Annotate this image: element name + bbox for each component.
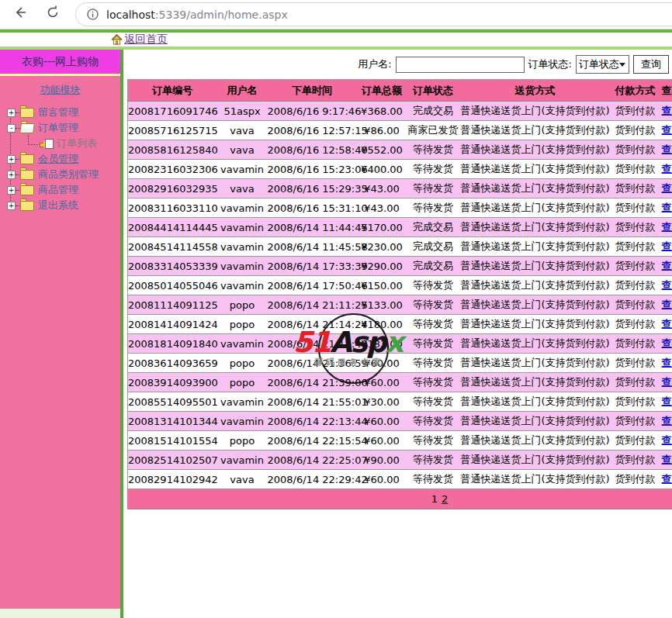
view-order-link[interactable]: 查看 [662,376,672,388]
expand-toggle-icon[interactable]: + [7,109,16,117]
sidebar-item-order-list[interactable]: 订单列表 [28,136,120,151]
sidebar-item-category-mgmt[interactable]: +商品类别管理 [7,167,120,182]
expand-toggle-icon[interactable]: + [7,202,16,210]
cell-col6: 货到付款 [611,257,660,276]
back-home-link[interactable]: 返回首页 [124,33,168,47]
page-number-link[interactable]: 2 [442,493,448,505]
site-info-icon[interactable] [87,9,99,20]
view-order-link[interactable]: 查看 [662,337,672,349]
cell-col7: 查看 [660,179,672,199]
table-row: 20085514095501vavamin2008/6/14 21:55:01¥… [128,392,672,412]
query-button[interactable]: 查询 [633,55,669,74]
cell-col2: 2008/6/14 21:11:25 [268,295,357,315]
view-order-link[interactable]: 查看 [662,163,672,174]
sidebar-item-product-mgmt[interactable]: +商品管理 [7,182,120,198]
cell-col2: 2008/6/14 22:29:42 [268,470,357,489]
cell-col5: 普通快递送货上门(支持货到付款) [459,179,611,199]
cell-col5: 普通快递送货上门(支持货到付款) [459,257,611,276]
cell-col6: 货到付款 [611,140,660,160]
sidebar-item-label: 订单列表 [57,136,97,150]
cell-col6: 货到付款 [611,334,660,354]
expand-toggle-icon[interactable]: + [7,171,16,179]
sidebar-item-member-mgmt[interactable]: +会员管理 [7,151,120,167]
cell-col1: popo [217,315,268,334]
cell-col5: 普通快递送货上门(支持货到付款) [459,315,611,334]
sidebar-item-label: 商品类别管理 [38,167,99,181]
folder-icon [20,154,34,164]
table-row: 20082916032935vava2008/6/16 15:29:35¥43.… [128,179,672,199]
cell-col4: 完成交易 [407,218,459,237]
cell-col1: vavamin [217,237,268,257]
cell-col4: 完成交易 [407,102,459,121]
modules-link[interactable]: 功能模块 [0,83,120,97]
view-order-link[interactable]: 查看 [662,299,672,310]
view-order-link[interactable]: 查看 [662,434,672,446]
cell-col0: 20083914093900 [128,373,217,392]
sidebar: 衣购---网上购物 功能模块 +留言管理-订单管理订单列表+会员管理+商品类别管… [0,50,120,618]
address-bar[interactable]: localhost:5339/admin/home.aspx [75,2,672,26]
cell-col7: 查看 [660,431,672,451]
folder-icon [20,108,34,118]
cell-col6: 货到付款 [611,160,660,179]
cell-col4: 等待发货 [407,160,459,179]
cell-col0: 20081114091125 [128,295,217,315]
view-order-link[interactable]: 查看 [662,124,672,136]
view-order-link[interactable]: 查看 [662,260,672,271]
expand-toggle-icon[interactable]: + [7,186,16,195]
view-order-link[interactable]: 查看 [662,454,672,465]
cell-col2: 2008/6/16 15:29:35 [268,179,357,199]
view-order-link[interactable]: 查看 [662,415,672,426]
table-row: 20082914102942vava2008/6/14 22:29:42¥60.… [128,470,672,489]
table-row: 20081314101344vavamin2008/6/14 22:13:44¥… [128,412,672,431]
table-row: 20083116033110vavamin2008/6/16 15:31:10¥… [128,199,672,218]
content-area: 用户名: 订单状态: 订单状态 查询 订单编号用户名下单时间订单总额订单状态送货… [123,50,672,618]
view-order-link[interactable]: 查看 [662,279,672,291]
view-order-link[interactable]: 查看 [662,143,672,155]
cell-col1: 51aspx [217,102,268,121]
collapse-toggle-icon[interactable]: - [7,124,16,133]
cell-col7: 查看 [660,237,672,257]
pagination-bar: 12 [127,489,672,509]
cell-col5: 普通快递送货上门(支持货到付款) [459,451,611,470]
view-order-link[interactable]: 查看 [662,105,672,116]
cell-col6: 货到付款 [611,218,660,237]
order-status-select[interactable]: 订单状态 [576,55,629,74]
cell-col6: 货到付款 [611,431,660,451]
refresh-icon [46,5,60,19]
view-order-link[interactable]: 查看 [662,221,672,233]
view-order-link[interactable]: 查看 [662,395,672,407]
view-order-link[interactable]: 查看 [662,240,672,252]
cell-col1: popo [217,354,268,373]
view-order-link[interactable]: 查看 [662,473,672,485]
table-row: 20085816125840vava2008/6/16 12:58:40¥552… [128,140,672,160]
cell-col6: 货到付款 [611,121,660,140]
cell-col1: popo [217,373,268,392]
cell-col4: 等待发货 [407,354,459,373]
cell-col7: 查看 [660,199,672,218]
view-order-link[interactable]: 查看 [662,357,672,368]
cell-col7: 查看 [660,102,672,121]
cell-col2: 2008/6/16 9:17:46 [268,102,357,121]
view-order-link[interactable]: 查看 [662,318,672,330]
cell-col5: 普通快递送货上门(支持货到付款) [459,160,611,179]
browser-back-button[interactable] [9,4,31,26]
cell-col0: 20084514114558 [128,237,217,257]
sidebar-item-message-mgmt[interactable]: +留言管理 [7,105,120,120]
username-input[interactable] [396,57,525,73]
cell-col4: 完成交易 [407,237,459,257]
sidebar-item-logout[interactable]: +退出系统 [7,198,120,213]
cell-col0: 20081716091746 [128,102,217,121]
view-order-link[interactable]: 查看 [662,202,672,213]
cell-col5: 普通快递送货上门(支持货到付款) [459,276,611,295]
sidebar-item-order-mgmt[interactable]: -订单管理 [7,120,120,136]
cell-col3: ¥30.00 [357,392,407,412]
filter-bar: 用户名: 订单状态: 订单状态 查询 [123,50,672,79]
cell-col3: ¥43.00 [357,199,407,218]
view-order-link[interactable]: 查看 [662,182,672,194]
cell-col3: ¥552.00 [357,140,407,160]
cell-col1: vavamin [217,276,268,295]
username-label: 用户名: [358,57,391,71]
cell-col3: ¥180.00 [357,315,407,334]
expand-toggle-icon[interactable]: + [7,155,16,164]
browser-refresh-button[interactable] [42,4,64,26]
